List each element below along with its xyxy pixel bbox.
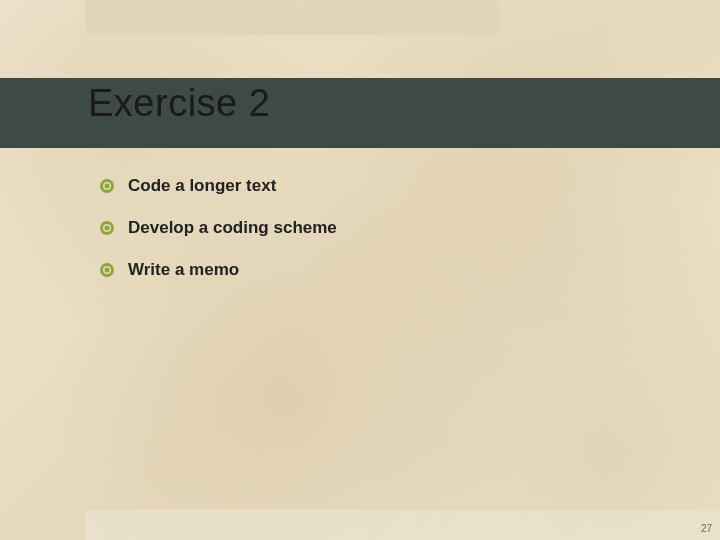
top-accent-stripe <box>85 0 500 35</box>
bullet-target-icon <box>100 263 114 277</box>
bullet-text: Develop a coding scheme <box>128 218 337 238</box>
page-number: 27 <box>701 523 712 534</box>
bullet-text: Code a longer text <box>128 176 276 196</box>
footer-bar <box>85 510 720 540</box>
slide-title: Exercise 2 <box>88 82 270 125</box>
bullet-list: Code a longer text Develop a coding sche… <box>100 165 620 291</box>
bullet-target-icon <box>100 221 114 235</box>
list-item: Code a longer text <box>100 165 620 207</box>
list-item: Write a memo <box>100 249 620 291</box>
bullet-text: Write a memo <box>128 260 239 280</box>
list-item: Develop a coding scheme <box>100 207 620 249</box>
bullet-target-icon <box>100 179 114 193</box>
